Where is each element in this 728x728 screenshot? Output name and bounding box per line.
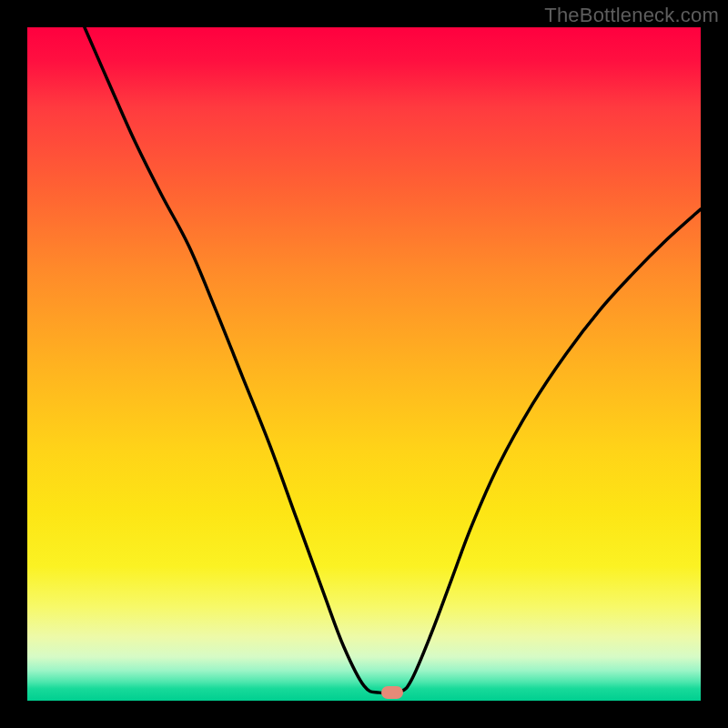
- bottleneck-curve: [27, 27, 701, 701]
- optimum-marker: [381, 686, 403, 699]
- watermark-text: TheBottleneck.com: [544, 4, 719, 27]
- chart-frame: TheBottleneck.com: [0, 0, 728, 728]
- curve-path: [85, 27, 701, 693]
- plot-area: [27, 27, 701, 701]
